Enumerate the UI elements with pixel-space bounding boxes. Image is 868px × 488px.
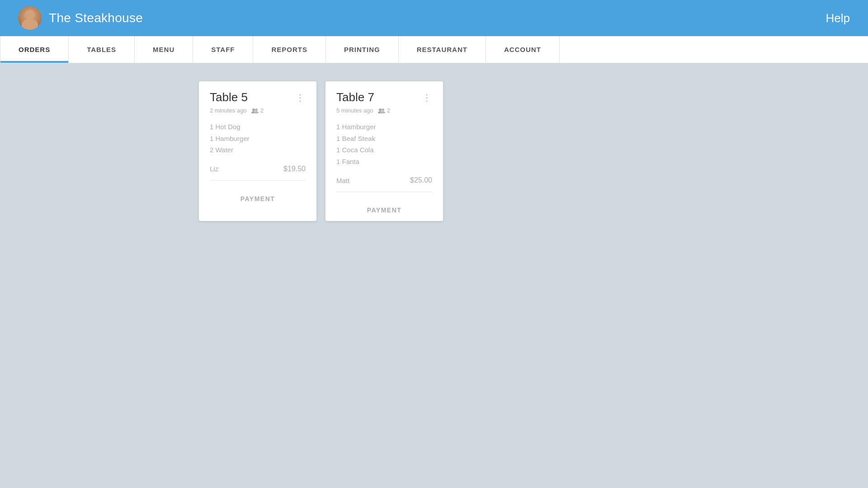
- total-amount-table7: $25.00: [410, 176, 432, 184]
- total-amount-table5: $19.50: [283, 165, 306, 173]
- header-left: The Steakhouse: [18, 6, 143, 30]
- svg-point-0: [252, 108, 255, 111]
- time-ago-table5: 2 minutes ago: [210, 107, 247, 114]
- main-content: Table 5 ⋮ 2 minutes ago 2 1 Hot Dog 1: [0, 63, 868, 221]
- nav-item-account[interactable]: ACCOUNT: [486, 36, 560, 63]
- payment-button-table5[interactable]: PAYMENT: [199, 188, 316, 210]
- app-title: The Steakhouse: [49, 11, 143, 25]
- svg-point-5: [382, 108, 384, 111]
- nav-item-staff[interactable]: STAFF: [193, 36, 253, 63]
- order-item: 1 Fanta: [336, 156, 432, 168]
- svg-point-4: [379, 108, 382, 111]
- main-nav: ORDERS TABLES MENU STAFF REPORTS PRINTIN…: [0, 36, 868, 63]
- card-meta-table5: 2 minutes ago 2: [210, 107, 306, 114]
- nav-item-printing[interactable]: PRINTING: [326, 36, 399, 63]
- payment-button-table7[interactable]: PAYMENT: [326, 199, 443, 221]
- card-footer-table7: Matt $25.00: [336, 176, 432, 192]
- table-name-7: Table 7: [336, 90, 374, 104]
- svg-point-1: [255, 108, 258, 111]
- app-header: The Steakhouse Help: [0, 0, 868, 36]
- help-link[interactable]: Help: [826, 11, 850, 25]
- order-items-table7: 1 Hamburger 1 Beaf Steak 1 Coca Cola 1 F…: [336, 121, 432, 167]
- nav-item-restaurant[interactable]: RESTAURANT: [399, 36, 486, 63]
- staff-name-table5: Liz: [210, 165, 218, 173]
- order-item: 1 Beaf Steak: [336, 133, 432, 145]
- more-icon-table5[interactable]: ⋮: [296, 93, 306, 102]
- time-ago-table7: 5 minutes ago: [336, 107, 373, 114]
- table-name-5: Table 5: [210, 90, 248, 104]
- card-meta-table7: 5 minutes ago 2: [336, 107, 432, 114]
- order-card-table7: Table 7 ⋮ 5 minutes ago 2 1 Hamburger: [326, 81, 443, 221]
- nav-item-tables[interactable]: TABLES: [69, 36, 135, 63]
- nav-item-menu[interactable]: MENU: [135, 36, 193, 63]
- order-item: 2 Water: [210, 144, 306, 156]
- order-card-table5: Table 5 ⋮ 2 minutes ago 2 1 Hot Dog 1: [199, 81, 316, 221]
- guests-table7: 2: [378, 107, 390, 114]
- nav-item-orders[interactable]: ORDERS: [0, 36, 69, 63]
- order-items-table5: 1 Hot Dog 1 Hamburger 2 Water: [210, 121, 306, 156]
- order-item: 1 Coca Cola: [336, 144, 432, 156]
- staff-name-table7: Matt: [336, 177, 349, 184]
- order-item: 1 Hamburger: [210, 133, 306, 145]
- order-item: 1 Hot Dog: [210, 121, 306, 133]
- card-footer-table5: Liz $19.50: [210, 165, 306, 181]
- more-icon-table7[interactable]: ⋮: [422, 93, 432, 102]
- guests-table5: 2: [251, 107, 264, 114]
- nav-item-reports[interactable]: REPORTS: [253, 36, 326, 63]
- order-item: 1 Hamburger: [336, 121, 432, 133]
- avatar[interactable]: [18, 6, 42, 30]
